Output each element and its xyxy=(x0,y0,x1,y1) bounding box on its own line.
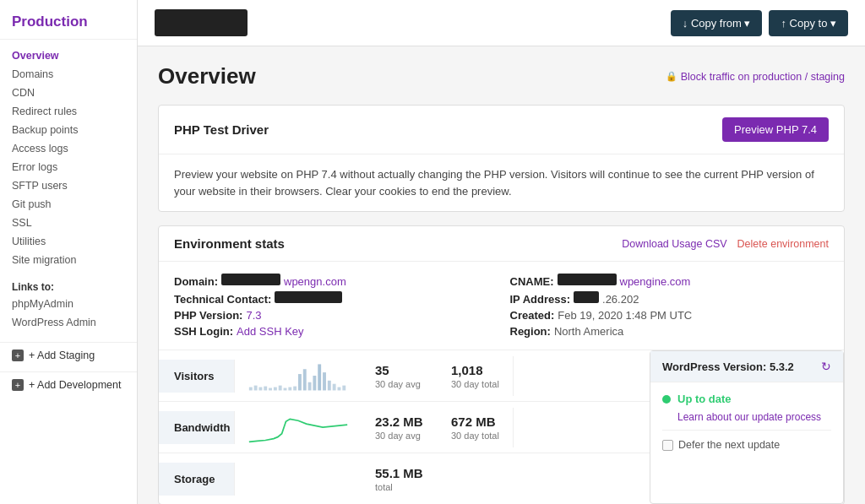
sidebar-item-phpmyadmin[interactable]: phpMyAdmin xyxy=(0,295,137,313)
visitors-total: 1,018 30 day total xyxy=(438,356,514,396)
wp-version-title: WordPress Version: 5.3.2 xyxy=(662,360,794,373)
svg-rect-7 xyxy=(284,388,287,391)
visitors-chart xyxy=(235,350,362,401)
php-version-row: PHP Version: 7.3 xyxy=(174,307,493,323)
wp-status-dot xyxy=(662,395,671,404)
sidebar-item-ssl[interactable]: SSL xyxy=(0,214,137,232)
stats-title: Environment stats xyxy=(174,236,285,251)
sidebar-item-error-logs[interactable]: Error logs xyxy=(0,158,137,176)
svg-rect-6 xyxy=(279,386,282,391)
svg-rect-11 xyxy=(303,369,307,390)
sidebar-item-backup-points[interactable]: Backup points xyxy=(0,121,137,139)
sidebar-item-git-push[interactable]: Git push xyxy=(0,195,137,214)
add-development-button[interactable]: + + Add Development xyxy=(0,371,137,398)
topbar: ↓ Copy from ▾ ↑ Copy to ▾ xyxy=(138,0,865,46)
bandwidth-chart-svg xyxy=(245,409,351,446)
stats-header: Environment stats Download Usage CSV Del… xyxy=(159,226,844,262)
ip-redacted xyxy=(574,291,599,303)
copy-from-button[interactable]: ↓ Copy from ▾ xyxy=(671,10,763,36)
visitors-label: Visitors xyxy=(159,360,235,393)
ip-row: IP Address: .26.202 xyxy=(510,290,830,307)
bandwidth-row: Bandwidth 23.2 MB 30 day avg xyxy=(159,402,650,453)
metrics-grid: Visitors xyxy=(159,350,844,504)
add-ssh-key-link[interactable]: Add SSH Key xyxy=(237,325,304,338)
sidebar-links-section: Links to: xyxy=(0,276,137,295)
wp-status-row: Up to date xyxy=(662,393,831,405)
bandwidth-chart xyxy=(235,402,362,453)
domain-redacted xyxy=(221,274,280,285)
tech-contact-row: Technical Contact: xyxy=(174,290,493,307)
wp-status-text: Up to date xyxy=(677,393,732,405)
copy-to-button[interactable]: ↑ Copy to ▾ xyxy=(769,10,848,36)
svg-rect-18 xyxy=(338,387,341,391)
add-staging-icon: + xyxy=(12,350,24,361)
ip-suffix: .26.202 xyxy=(602,293,639,306)
storage-row: Storage 55.1 MB total xyxy=(159,453,650,504)
svg-rect-10 xyxy=(298,374,302,390)
visitors-chart-svg xyxy=(245,357,351,394)
refresh-icon[interactable]: ↻ xyxy=(821,360,831,373)
storage-chart xyxy=(235,453,362,504)
region-value: North America xyxy=(554,325,623,338)
add-staging-button[interactable]: + + Add Staging xyxy=(0,342,137,368)
svg-rect-15 xyxy=(323,372,326,390)
svg-rect-14 xyxy=(318,364,321,390)
bandwidth-avg: 23.2 MB 30 day avg xyxy=(362,408,438,447)
created-value: Feb 19, 2020 1:48 PM UTC xyxy=(558,309,692,322)
wp-widget-body: Up to date Learn about our update proces… xyxy=(650,382,843,461)
sidebar-item-cdn[interactable]: CDN xyxy=(0,84,137,102)
created-row: Created: Feb 19, 2020 1:48 PM UTC xyxy=(510,307,830,323)
domain-link[interactable]: wpengn.com xyxy=(284,275,346,288)
env-info-right: CNAME: wpengine.com IP Address: .26.202 … xyxy=(510,272,830,339)
storage-total: 55.1 MB total xyxy=(362,459,438,499)
sidebar: Production Overview Domains CDN Redirect… xyxy=(0,0,138,504)
defer-update-checkbox[interactable] xyxy=(662,440,673,451)
sidebar-item-domains[interactable]: Domains xyxy=(0,65,137,84)
sidebar-item-overview[interactable]: Overview xyxy=(0,46,137,65)
svg-rect-5 xyxy=(274,387,277,391)
cname-redacted xyxy=(558,274,617,285)
sidebar-item-sftp-users[interactable]: SFTP users xyxy=(0,176,137,195)
add-development-icon: + xyxy=(12,379,24,391)
sidebar-item-site-migration[interactable]: Site migration xyxy=(0,251,137,269)
storage-label: Storage xyxy=(159,463,235,496)
svg-rect-16 xyxy=(328,381,331,391)
preview-php-button[interactable]: Preview PHP 7.4 xyxy=(722,117,829,142)
visitors-row: Visitors xyxy=(159,350,650,402)
visitors-avg: 35 30 day avg xyxy=(362,356,438,396)
sidebar-item-redirect-rules[interactable]: Redirect rules xyxy=(0,102,137,121)
wp-defer-row: Defer the next update xyxy=(662,430,831,451)
env-info-left: Domain: wpengn.com Technical Contact: PH… xyxy=(174,272,493,339)
env-selector[interactable] xyxy=(155,9,248,36)
delete-environment-link[interactable]: Delete environment xyxy=(737,238,829,250)
region-row: Region: North America xyxy=(510,323,830,339)
content-area: Overview 🔒 Block traffic on production /… xyxy=(138,46,865,504)
php-card-body: Preview your website on PHP 7.4 without … xyxy=(159,154,844,211)
php-version-link[interactable]: 7.3 xyxy=(246,309,261,322)
bandwidth-label: Bandwidth xyxy=(159,411,235,444)
ssh-login-row: SSH Login: Add SSH Key xyxy=(174,323,493,339)
lock-icon: 🔒 xyxy=(666,71,677,82)
topbar-actions: ↓ Copy from ▾ ↑ Copy to ▾ xyxy=(671,10,848,36)
block-traffic-link[interactable]: 🔒 Block traffic on production / staging xyxy=(666,71,845,83)
sidebar-item-wordpress-admin[interactable]: WordPress Admin xyxy=(0,313,137,332)
svg-rect-4 xyxy=(269,388,272,391)
sidebar-item-utilities[interactable]: Utilities xyxy=(0,232,137,251)
php-card-description: Preview your website on PHP 7.4 without … xyxy=(174,166,829,199)
wp-learn-link[interactable]: Learn about our update process xyxy=(677,411,821,423)
svg-rect-13 xyxy=(313,376,316,390)
bandwidth-total: 672 MB 30 day total xyxy=(438,408,514,447)
tech-contact-redacted xyxy=(275,291,342,303)
wp-widget: WordPress Version: 5.3.2 ↻ Up to date Le… xyxy=(650,350,844,504)
svg-rect-17 xyxy=(333,384,336,391)
wp-widget-header: WordPress Version: 5.3.2 ↻ xyxy=(650,351,843,382)
sidebar-item-access-logs[interactable]: Access logs xyxy=(0,139,137,158)
main-content: ↓ Copy from ▾ ↑ Copy to ▾ Overview 🔒 Blo… xyxy=(138,0,865,504)
php-card-title: PHP Test Driver xyxy=(174,122,269,137)
download-csv-link[interactable]: Download Usage CSV xyxy=(622,238,726,250)
page-title: Overview xyxy=(158,63,256,89)
sidebar-title: Production xyxy=(0,0,137,40)
cname-link[interactable]: wpengine.com xyxy=(620,275,691,288)
domain-row: Domain: wpengn.com xyxy=(174,272,493,290)
metrics-table: Visitors xyxy=(159,350,650,504)
